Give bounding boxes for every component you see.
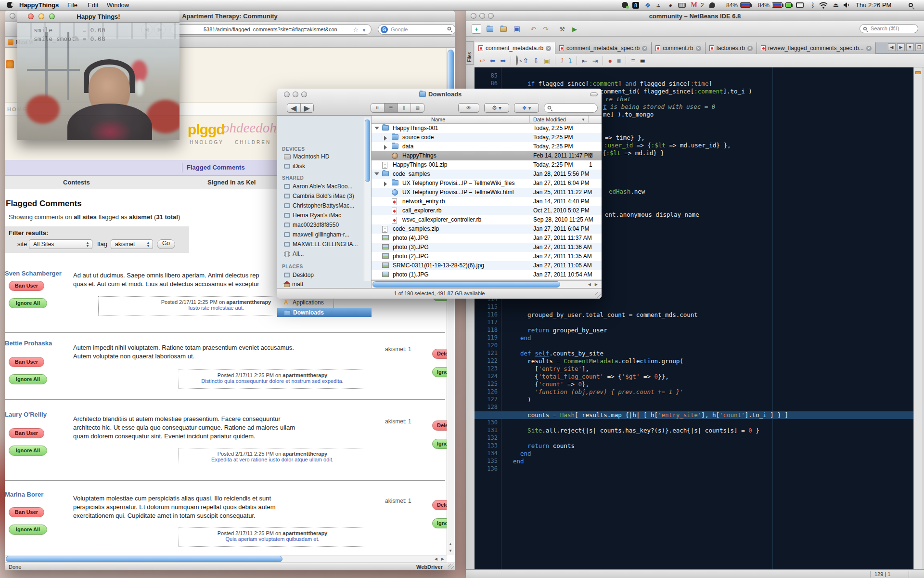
- back-icon[interactable]: ⇐: [490, 57, 496, 65]
- new-project-icon[interactable]: [485, 24, 495, 34]
- ignore-all-button[interactable]: Ignore All: [9, 446, 47, 456]
- sidebar-item-idisk[interactable]: iDisk: [284, 163, 305, 170]
- scroll-left-icon[interactable]: ◀: [588, 282, 591, 287]
- file-row[interactable]: photo (4).JPGJan 27, 2011 11:37 AM: [372, 234, 602, 243]
- gmail-icon[interactable]: M: [690, 1, 698, 9]
- close-icon[interactable]: [284, 92, 290, 97]
- move-arrows-icon[interactable]: ↔↕: [655, 1, 663, 9]
- redo-icon[interactable]: ↷: [541, 24, 551, 34]
- horizontal-scrollbar[interactable]: ◀ ▶: [372, 280, 602, 288]
- scroll-right-icon[interactable]: ▶: [595, 282, 598, 287]
- file-row[interactable]: HappyThings-001.zipToday, 2:25 PM1: [372, 160, 602, 170]
- file-row[interactable]: code_samplesJan 28, 2011 5:56 PM: [372, 170, 602, 179]
- sidebar-item-matt[interactable]: matt: [284, 281, 303, 288]
- delete-button[interactable]: Delete: [432, 420, 447, 431]
- flag-select[interactable]: akismet ▲▼: [111, 239, 153, 249]
- google-quicksearch-icon[interactable]: 8: [632, 1, 640, 9]
- dropbox-menu-button[interactable]: ❖ ▾: [514, 103, 539, 113]
- scroll-right-icon[interactable]: ▶: [441, 557, 444, 561]
- tab-review_flagged_comments_spec-rb---[interactable]: review_flagged_comments_spec.rb...✕: [757, 42, 876, 54]
- file-row[interactable]: dataToday, 2:25 PM: [372, 142, 602, 151]
- comment-entry-link[interactable]: Expedita at vero ratione iusto dolor atq…: [179, 457, 366, 462]
- ignore-all-button[interactable]: Ignore All: [9, 525, 47, 535]
- bookmark-star-icon[interactable]: ☆: [353, 25, 359, 35]
- column-view-icon[interactable]: ⫼: [398, 104, 411, 112]
- close-tab-icon[interactable]: ✕: [642, 46, 647, 51]
- webcam-titlebar[interactable]: Happy Things!: [17, 11, 180, 23]
- previous-bookmark-icon[interactable]: ⤴: [560, 57, 564, 65]
- netbeans-titlebar[interactable]: community – NetBeans IDE 6.8: [466, 11, 924, 21]
- error-stripe-mark[interactable]: [915, 71, 921, 74]
- disclosure-closed-icon[interactable]: [384, 182, 387, 186]
- file-row[interactable]: photo (1).JPGJan 27, 2011 10:54 AM: [372, 270, 602, 279]
- file-row[interactable]: wsvc_callexplorer_controller.rbSep 28, 2…: [372, 215, 602, 224]
- record-macro-icon[interactable]: ●: [608, 57, 612, 65]
- find-next-icon[interactable]: ⇩: [533, 57, 539, 65]
- stop-macro-icon[interactable]: ■: [617, 57, 621, 65]
- file-row[interactable]: source codeToday, 2:25 PM: [372, 133, 602, 142]
- file-row[interactable]: SRMC-0311(01-19-13-28-52)(6).jpgJan 27, …: [372, 261, 602, 270]
- ignore-button[interactable]: Ignore: [432, 518, 447, 528]
- sidebar-scrollbar[interactable]: [364, 118, 371, 281]
- shift-left-icon[interactable]: ⇤: [582, 57, 588, 65]
- menu-edit[interactable]: Edit: [88, 1, 98, 9]
- quick-look-button[interactable]: 👁: [458, 103, 479, 113]
- disclosure-closed-icon[interactable]: [384, 136, 387, 141]
- ban-user-button[interactable]: Ban User: [9, 428, 44, 438]
- coverflow-view-icon[interactable]: ▤: [411, 104, 424, 112]
- error-stripe[interactable]: [913, 67, 922, 569]
- file-row[interactable]: UX Telephony Provisi...IP – TellmeWiki.h…: [372, 188, 602, 197]
- unplggd-logo[interactable]: plggd: [188, 121, 225, 138]
- keyboard-icon[interactable]: [678, 1, 686, 9]
- ignore-button[interactable]: Ignore: [432, 439, 447, 449]
- delete-button[interactable]: Delete: [432, 500, 447, 510]
- close-tab-icon[interactable]: ✕: [696, 46, 701, 51]
- resize-grip[interactable]: [595, 292, 601, 298]
- sidebar-item-maxwell-gillingham-r[interactable]: maxwell gillingham-r...: [284, 231, 349, 238]
- web-search-input[interactable]: G Google: [378, 24, 456, 35]
- volume-icon[interactable]: [843, 1, 851, 9]
- column-divider[interactable]: [588, 116, 589, 124]
- comment-entry-link[interactable]: Distinctio quia consequuntur dolore et n…: [179, 378, 366, 384]
- forward-icon[interactable]: ⇒: [500, 57, 506, 65]
- apple-menu-icon[interactable]: [7, 2, 13, 8]
- last-edit-icon[interactable]: ↩: [479, 57, 485, 65]
- sidebar-item-cambria-bold-s-imac-3[interactable]: Cambria Bold's iMac (3): [284, 193, 354, 199]
- next-bookmark-icon[interactable]: ⤵: [568, 57, 572, 65]
- shift-right-icon[interactable]: ⇥: [592, 57, 598, 65]
- horizontal-scrollbar[interactable]: ◀ ▶: [5, 555, 447, 563]
- find-selection-icon[interactable]: [516, 56, 518, 65]
- column-divider[interactable]: [529, 116, 530, 124]
- go-button[interactable]: Go: [157, 239, 175, 249]
- tab-scroll-left-icon[interactable]: ◀: [888, 43, 896, 51]
- sidebar-item-macintosh-hd[interactable]: Macintosh HD: [284, 153, 329, 160]
- file-row[interactable]: photo (3).JPGJan 27, 2011 11:36 AM: [372, 243, 602, 252]
- commenter-link[interactable]: Sven Schamberger: [5, 270, 62, 277]
- folder-proxy-icon[interactable]: [419, 92, 426, 97]
- tab-comment_metadata_spec-rb[interactable]: comment_metadata_spec.rb✕: [555, 42, 652, 54]
- tab-scroll-right-icon[interactable]: ▶: [897, 43, 905, 51]
- file-row[interactable]: code_samples.zipJan 27, 2011 6:04 PM: [372, 224, 602, 234]
- files-vertical-tab[interactable]: Files: [466, 41, 474, 65]
- menu-clock[interactable]: Thu 2:26 PM: [856, 1, 891, 9]
- disclosure-open-icon[interactable]: [374, 127, 379, 130]
- ohdeedoh-logo[interactable]: ohdeedoh: [222, 120, 277, 136]
- list-view-icon[interactable]: ☰: [385, 104, 398, 112]
- file-row[interactable]: HappyThingsFeb 14, 2011 11:47 PM1: [372, 151, 602, 160]
- menu-file[interactable]: File: [67, 1, 77, 9]
- undo-icon[interactable]: ↶: [528, 24, 538, 34]
- file-row[interactable]: UX Telephony Provisi...IP – TellmeWiki_f…: [372, 179, 602, 188]
- back-forward-control[interactable]: ◀ ▶: [287, 103, 314, 113]
- commenter-link[interactable]: Bettie Prohaska: [5, 340, 52, 347]
- file-row[interactable]: call_explorer.rbOct 21, 2010 5:02 PM: [372, 206, 602, 215]
- ban-user-button[interactable]: Ban User: [9, 281, 44, 291]
- sidebar-item-mac0023df8f8550[interactable]: mac0023df8f8550: [284, 222, 339, 228]
- comment-icon[interactable]: ≡: [631, 57, 635, 65]
- disclosure-closed-icon[interactable]: [384, 145, 387, 150]
- spotlight-icon[interactable]: [909, 1, 913, 9]
- file-row[interactable]: network_entry.rbJan 14, 2011 4:40 PM: [372, 197, 602, 206]
- displays-icon[interactable]: [796, 1, 804, 9]
- sidebar-item-downloads[interactable]: Downloads: [277, 308, 372, 317]
- disclosure-open-icon[interactable]: [374, 172, 379, 175]
- back-icon[interactable]: ◀: [287, 104, 301, 112]
